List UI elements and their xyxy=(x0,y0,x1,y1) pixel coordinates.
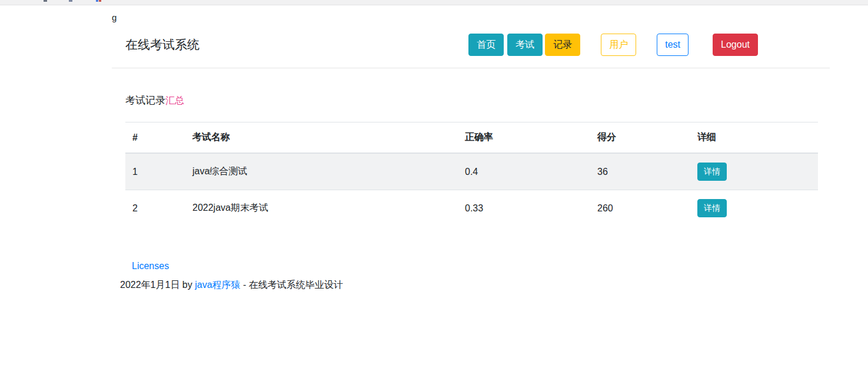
page-footer: Licenses 2022年1月1日 by java程序猿 - 在线考试系统毕业… xyxy=(112,259,830,290)
col-header-score: 得分 xyxy=(590,122,690,154)
cell-score: 260 xyxy=(590,190,690,227)
section-heading-code: 汇总 xyxy=(165,95,184,105)
main-content: 考试记录汇总 # 考试名称 正确率 得分 详细 1 java综合测试 0.4 xyxy=(112,94,830,226)
detail-button[interactable]: 详情 xyxy=(697,199,727,217)
main-nav: 首页 考试 记录 用户 test Logout xyxy=(468,34,758,56)
table-row: 1 java综合测试 0.4 36 详情 xyxy=(125,153,818,190)
nav-exam-button[interactable]: 考试 xyxy=(507,34,543,56)
col-header-detail: 详细 xyxy=(690,122,818,154)
nav-users-button[interactable]: 用户 xyxy=(601,34,636,56)
section-heading: 考试记录汇总 xyxy=(125,94,830,107)
cell-name: java综合测试 xyxy=(185,153,458,190)
cell-index: 2 xyxy=(125,190,185,227)
tab-remnant-icon xyxy=(44,0,47,2)
cell-name: 2022java期末考试 xyxy=(185,190,458,227)
footer-byline: 2022年1月1日 by java程序猿 - 在线考试系统毕业设计 xyxy=(120,279,830,290)
col-header-name: 考试名称 xyxy=(185,122,458,154)
cell-index: 1 xyxy=(125,153,185,190)
tab-remnant-icon xyxy=(99,0,101,2)
stray-text: g xyxy=(112,5,830,24)
tab-remnant-icon xyxy=(69,0,72,2)
section-heading-text: 考试记录 xyxy=(125,95,165,106)
top-navbar: 在线考试系统 首页 考试 记录 用户 test Logout xyxy=(112,34,830,68)
col-header-accuracy: 正确率 xyxy=(458,122,590,154)
cell-score: 36 xyxy=(590,153,690,190)
table-row: 2 2022java期末考试 0.33 260 详情 xyxy=(125,190,818,227)
byline-suffix: - 在线考试系统毕业设计 xyxy=(241,280,343,290)
byline-author-link[interactable]: java程序猿 xyxy=(195,280,240,290)
nav-username-button[interactable]: test xyxy=(657,34,689,56)
page-container: g 在线考试系统 首页 考试 记录 用户 test Logout 考试记录汇总 … xyxy=(112,5,830,290)
cell-accuracy: 0.4 xyxy=(458,153,590,190)
byline-prefix: 2022年1月1日 by xyxy=(120,280,195,290)
browser-tab-strip xyxy=(0,0,868,5)
tab-remnant-icon xyxy=(96,0,98,2)
table-header-row: # 考试名称 正确率 得分 详细 xyxy=(125,122,818,154)
detail-button[interactable]: 详情 xyxy=(697,163,727,181)
cell-accuracy: 0.33 xyxy=(458,190,590,227)
exam-records-table: # 考试名称 正确率 得分 详细 1 java综合测试 0.4 36 详情 2 xyxy=(125,122,818,226)
nav-home-button[interactable]: 首页 xyxy=(468,34,504,56)
page-title: 在线考试系统 xyxy=(125,37,199,53)
licenses-link[interactable]: Licenses xyxy=(132,261,169,271)
logout-button[interactable]: Logout xyxy=(713,34,758,56)
col-header-index: # xyxy=(125,122,185,154)
nav-records-button[interactable]: 记录 xyxy=(545,34,580,56)
